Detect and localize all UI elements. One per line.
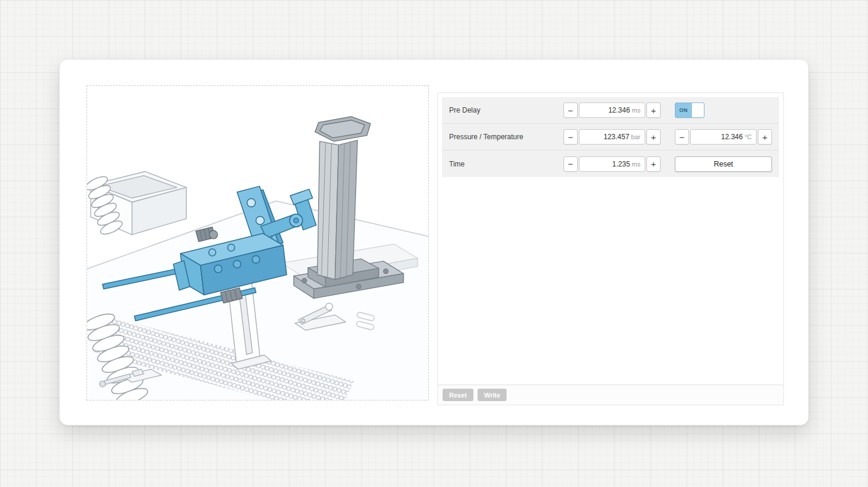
temperature-input[interactable]: 12.346 °C: [690, 129, 757, 145]
pre-delay-stepper: − 12.346 ms +: [563, 102, 661, 118]
time-reset-button[interactable]: Reset: [675, 156, 772, 172]
time-value: 1.235: [612, 160, 630, 168]
time-controls: − 1.235 ms + Reset: [563, 156, 772, 172]
desktop-background: { "colors": { "accent_blue": "#5fb0d8", …: [0, 0, 868, 487]
machine-illustration: [87, 86, 428, 400]
time-input[interactable]: 1.235 ms: [579, 156, 645, 172]
temperature-decrement-button[interactable]: −: [675, 129, 689, 145]
temperature-unit: °C: [745, 133, 752, 140]
setting-row-pressure-temperature: Pressure / Temperature − 123.457 bar + −: [442, 124, 779, 150]
pressure-stepper: − 123.457 bar +: [563, 129, 661, 145]
panel-body: [438, 181, 783, 385]
control-panel: Pre Delay − 12.346 ms + ON: [437, 92, 784, 405]
pre-delay-label: Pre Delay: [449, 106, 481, 114]
time-decrement-button[interactable]: −: [563, 156, 578, 172]
setting-row-pre-delay: Pre Delay − 12.346 ms + ON: [442, 97, 779, 124]
pre-delay-toggle[interactable]: ON: [675, 102, 704, 118]
pre-delay-controls: − 12.346 ms + ON: [563, 102, 772, 118]
temperature-value: 12.346: [721, 133, 743, 141]
model-viewport: [87, 85, 429, 401]
temperature-increment-button[interactable]: +: [758, 129, 772, 145]
footer-reset-button[interactable]: Reset: [443, 389, 473, 401]
temperature-stepper: − 12.346 °C +: [675, 129, 772, 145]
toggle-knob: [691, 103, 704, 117]
panel-footer: Reset Write: [438, 385, 783, 405]
pre-delay-second-col: ON: [675, 102, 772, 118]
pressure-input[interactable]: 123.457 bar: [579, 129, 645, 145]
time-unit: ms: [632, 161, 640, 168]
time-second-col: Reset: [675, 156, 772, 172]
pre-delay-unit: ms: [632, 107, 640, 114]
pre-delay-value: 12.346: [608, 106, 630, 114]
pressure-increment-button[interactable]: +: [646, 129, 661, 145]
pre-delay-increment-button[interactable]: +: [646, 102, 661, 118]
time-label: Time: [449, 160, 465, 168]
pressure-unit: bar: [631, 133, 640, 140]
pressure-decrement-button[interactable]: −: [563, 129, 578, 145]
settings-rows: Pre Delay − 12.346 ms + ON: [442, 97, 779, 177]
time-increment-button[interactable]: +: [646, 156, 661, 172]
pre-delay-decrement-button[interactable]: −: [563, 102, 578, 118]
pressure-temperature-controls: − 123.457 bar + − 12.346 °C: [563, 129, 772, 145]
pressure-value: 123.457: [604, 133, 629, 141]
temperature-second-col: − 12.346 °C +: [675, 129, 772, 145]
toggle-on-label: ON: [675, 103, 691, 117]
app-window: Pre Delay − 12.346 ms + ON: [59, 59, 809, 425]
time-stepper: − 1.235 ms +: [563, 156, 661, 172]
pre-delay-input[interactable]: 12.346 ms: [579, 102, 645, 118]
footer-write-button[interactable]: Write: [478, 389, 507, 401]
pressure-temperature-label: Pressure / Temperature: [449, 133, 523, 141]
setting-row-time: Time − 1.235 ms + Reset: [442, 150, 779, 177]
